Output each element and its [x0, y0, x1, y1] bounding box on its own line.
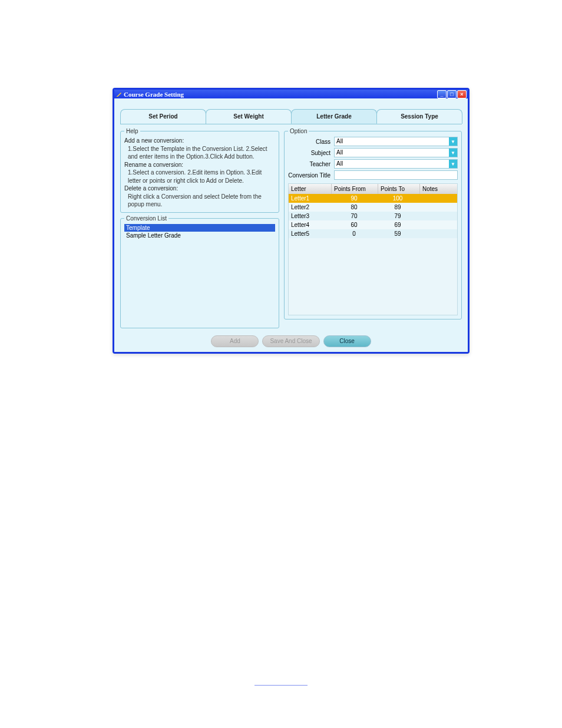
- grid-row[interactable]: Letter4 60 69: [289, 220, 457, 229]
- help-group: Help Add a new conversion: 1.Select the …: [120, 128, 279, 213]
- cell-from[interactable]: 80: [331, 203, 377, 212]
- cell-letter[interactable]: Letter1: [289, 194, 331, 203]
- col-notes[interactable]: Notes: [420, 184, 457, 194]
- option-form: Class All ▼ Subject All ▼ Teacher All: [288, 137, 458, 180]
- right-column: Option Class All ▼ Subject All ▼ Teacher: [284, 128, 462, 328]
- class-label: Class: [288, 139, 334, 145]
- tabs: Set Period Set Weight Letter Grade Sessi…: [114, 98, 468, 124]
- cell-letter[interactable]: Letter2: [289, 203, 331, 212]
- cell-to[interactable]: 89: [377, 203, 418, 212]
- help-legend: Help: [124, 128, 140, 134]
- conversion-list-group: Conversion List Template Sample Letter G…: [120, 215, 279, 328]
- conversion-item-template[interactable]: Template: [124, 224, 275, 232]
- close-window-button[interactable]: ×: [457, 90, 467, 98]
- cell-from[interactable]: 60: [331, 220, 377, 229]
- subject-label: Subject: [288, 150, 334, 156]
- svg-marker-0: [117, 93, 121, 97]
- cell-notes[interactable]: [418, 194, 457, 203]
- tab-set-period[interactable]: Set Period: [120, 109, 206, 124]
- cell-from[interactable]: 70: [331, 212, 377, 220]
- cell-from[interactable]: 90: [331, 194, 377, 203]
- help-body: Add a new conversion: 1.Select the Templ…: [124, 137, 275, 209]
- cell-notes[interactable]: [418, 212, 457, 220]
- cell-notes[interactable]: [418, 229, 457, 238]
- option-legend: Option: [288, 128, 309, 134]
- col-points-from[interactable]: Points From: [332, 184, 378, 194]
- option-group: Option Class All ▼ Subject All ▼ Teacher: [284, 128, 462, 319]
- cell-to[interactable]: 100: [377, 194, 418, 203]
- window-controls: _ □ ×: [437, 90, 467, 98]
- client-area: Set Period Set Weight Letter Grade Sessi…: [114, 98, 468, 352]
- grade-grid: Letter Points From Points To Notes Lette…: [288, 183, 458, 315]
- grid-row[interactable]: Letter5 0 59: [289, 229, 457, 238]
- dialog-window: Course Grade Setting _ □ × Set Period Se…: [113, 88, 470, 354]
- class-combo[interactable]: All ▼: [334, 137, 458, 146]
- cell-to[interactable]: 69: [377, 220, 418, 229]
- add-button: Add: [211, 335, 259, 347]
- dropdown-icon[interactable]: ▼: [449, 149, 457, 157]
- save-and-close-button: Save And Close: [262, 335, 319, 347]
- cell-from[interactable]: 0: [331, 229, 377, 238]
- tab-letter-grade[interactable]: Letter Grade: [291, 109, 377, 124]
- footer-link[interactable]: [254, 685, 308, 686]
- conversion-list[interactable]: Template Sample Letter Grade: [124, 224, 275, 324]
- svg-rect-1: [117, 96, 118, 97]
- conversion-title-label: Conversion Title: [288, 172, 334, 179]
- cell-letter[interactable]: Letter3: [289, 212, 331, 220]
- class-value: All: [335, 137, 449, 146]
- conversion-item-sample[interactable]: Sample Letter Grade: [124, 232, 275, 239]
- maximize-button[interactable]: □: [447, 90, 457, 98]
- title-bar[interactable]: Course Grade Setting _ □ ×: [114, 90, 468, 98]
- tab-panel: Help Add a new conversion: 1.Select the …: [120, 124, 462, 328]
- cell-to[interactable]: 59: [377, 229, 418, 238]
- cell-notes[interactable]: [418, 203, 457, 212]
- dropdown-icon[interactable]: ▼: [449, 160, 457, 168]
- teacher-combo[interactable]: All ▼: [334, 159, 458, 169]
- grid-header: Letter Points From Points To Notes: [289, 184, 457, 194]
- cell-notes[interactable]: [418, 220, 457, 229]
- col-letter[interactable]: Letter: [289, 184, 332, 194]
- teacher-value: All: [335, 160, 449, 168]
- col-points-to[interactable]: Points To: [378, 184, 420, 194]
- grid-body[interactable]: Letter1 90 100 Letter2 80 89: [289, 194, 457, 315]
- conversion-list-legend: Conversion List: [124, 215, 168, 222]
- help-delete-head: Delete a conversion:: [124, 185, 275, 193]
- help-rename-head: Rename a conversion:: [124, 161, 275, 169]
- grid-row[interactable]: Letter2 80 89: [289, 203, 457, 212]
- app-icon: [116, 91, 122, 97]
- conversion-title-input[interactable]: [334, 170, 458, 180]
- cell-to[interactable]: 79: [377, 212, 418, 220]
- button-row: Add Save And Close Close: [114, 333, 468, 352]
- cell-letter[interactable]: Letter4: [289, 220, 331, 229]
- help-add-body: 1.Select the Template in the Conversion …: [124, 145, 275, 161]
- help-delete-body: Right click a Conversion and select Dele…: [124, 193, 275, 209]
- close-button[interactable]: Close: [323, 335, 371, 347]
- grid-row[interactable]: Letter1 90 100: [289, 194, 457, 203]
- tab-set-weight[interactable]: Set Weight: [206, 109, 292, 124]
- subject-combo[interactable]: All ▼: [334, 148, 458, 157]
- cell-letter[interactable]: Letter5: [289, 229, 331, 238]
- help-add-head: Add a new conversion:: [124, 137, 275, 145]
- minimize-button[interactable]: _: [437, 90, 447, 98]
- tab-session-type[interactable]: Session Type: [376, 109, 462, 124]
- dropdown-icon[interactable]: ▼: [449, 137, 457, 146]
- window-title: Course Grade Setting: [124, 91, 437, 98]
- left-column: Help Add a new conversion: 1.Select the …: [120, 128, 279, 328]
- help-rename-body: 1.Select a conversion. 2.Edit items in O…: [124, 169, 275, 185]
- teacher-label: Teacher: [288, 161, 334, 167]
- grid-row[interactable]: Letter3 70 79: [289, 212, 457, 220]
- subject-value: All: [335, 149, 449, 157]
